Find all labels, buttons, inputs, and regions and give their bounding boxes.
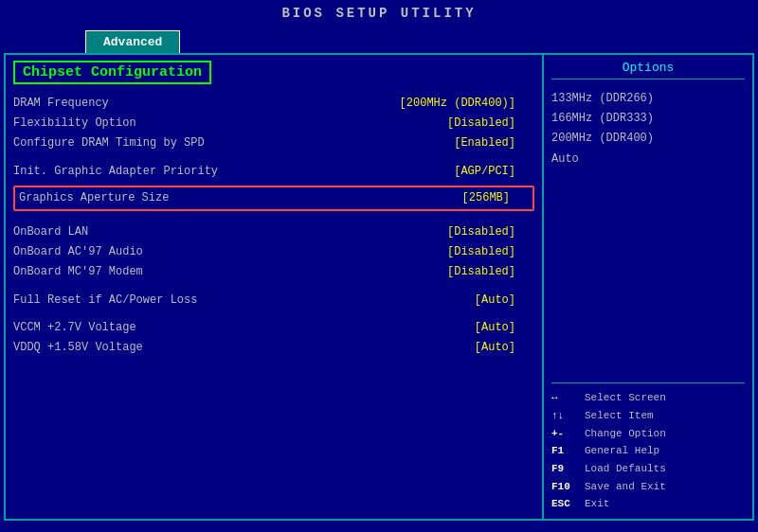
title-bar: BIOS SETUP UTILITY: [0, 0, 758, 25]
help-section: ↔ Select Screen ↑↓ Select Item +- Change…: [551, 382, 745, 513]
value-flex-opt: [Disabled]: [447, 115, 534, 133]
label-vccm: VCCM +2.7V Voltage: [13, 319, 136, 337]
config-row-dram-freq[interactable]: DRAM Frequency [200MHz (DDR400)]: [13, 94, 534, 114]
desc-f9: Load Defaults: [585, 460, 666, 478]
config-row-onboard-audio[interactable]: OnBoard AC'97 Audio [Disabled]: [13, 242, 534, 262]
help-select-item: ↑↓ Select Item: [551, 407, 745, 425]
left-panel: Chipset Configuration DRAM Frequency [20…: [6, 55, 544, 519]
help-f9: F9 Load Defaults: [551, 460, 745, 478]
help-f10: F10 Save and Exit: [551, 478, 745, 496]
label-graphics-aperture: Graphics Aperture Size: [19, 189, 169, 207]
config-row-dram-timing[interactable]: Configure DRAM Timing by SPD [Enabled]: [13, 133, 534, 153]
label-onboard-lan: OnBoard LAN: [13, 223, 88, 241]
option-166mhz[interactable]: 166MHz (DDR333): [551, 109, 745, 129]
value-vccm: [Auto]: [475, 319, 534, 337]
key-f1: F1: [551, 442, 585, 460]
config-row-init-graphic[interactable]: Init. Graphic Adapter Priority [AGP/PCI]: [13, 162, 534, 182]
value-dram-freq: [200MHz (DDR400)]: [400, 95, 534, 113]
option-133mhz[interactable]: 133MHz (DDR266): [551, 89, 745, 109]
label-dram-freq: DRAM Frequency: [13, 95, 109, 113]
spacer-4: [13, 310, 534, 318]
config-row-graphics-aperture[interactable]: Graphics Aperture Size [256MB]: [13, 182, 534, 215]
spacer-1: [13, 154, 534, 162]
key-f10: F10: [551, 478, 585, 496]
key-f9: F9: [551, 460, 585, 478]
config-row-flex-opt[interactable]: Flexibility Option [Disabled]: [13, 114, 534, 133]
help-select-screen: ↔ Select Screen: [551, 389, 745, 407]
tab-row: Advanced: [0, 25, 758, 53]
config-row-onboard-lan[interactable]: OnBoard LAN [Disabled]: [13, 222, 534, 242]
options-title: Options: [551, 61, 745, 80]
option-auto[interactable]: Auto: [551, 150, 745, 169]
config-table: DRAM Frequency [200MHz (DDR400)] Flexibi…: [13, 94, 534, 358]
key-change-option: +-: [551, 425, 585, 443]
value-onboard-audio: [Disabled]: [447, 243, 534, 261]
help-change-option: +- Change Option: [551, 425, 745, 443]
key-select-screen: ↔: [551, 389, 585, 407]
value-onboard-modem: [Disabled]: [447, 263, 534, 281]
value-graphics-aperture: [256MB]: [462, 189, 529, 207]
key-select-item: ↑↓: [551, 407, 585, 425]
value-dram-timing: [Enabled]: [454, 134, 534, 152]
tab-advanced[interactable]: Advanced: [85, 30, 180, 53]
key-esc: ESC: [551, 495, 585, 513]
desc-select-screen: Select Screen: [585, 389, 666, 407]
value-power-loss: [Auto]: [475, 292, 534, 310]
config-row-power-loss[interactable]: Full Reset if AC/Power Loss [Auto]: [13, 291, 534, 310]
label-power-loss: Full Reset if AC/Power Loss: [13, 292, 197, 310]
graphics-aperture-box: Graphics Aperture Size [256MB]: [13, 186, 534, 211]
config-row-vccm[interactable]: VCCM +2.7V Voltage [Auto]: [13, 318, 534, 338]
label-init-graphic: Init. Graphic Adapter Priority: [13, 163, 218, 181]
value-init-graphic: [AGP/PCI]: [454, 163, 534, 181]
section-title: Chipset Configuration: [13, 61, 211, 84]
bios-title: BIOS SETUP UTILITY: [281, 6, 476, 21]
option-200mhz[interactable]: 200MHz (DDR400): [551, 129, 745, 149]
desc-esc: Exit: [585, 495, 609, 513]
value-onboard-lan: [Disabled]: [447, 223, 534, 241]
desc-f10: Save and Exit: [585, 478, 666, 496]
right-panel: Options 133MHz (DDR266) 166MHz (DDR333) …: [544, 55, 752, 519]
spacer-3: [13, 283, 534, 291]
spacer-2: [13, 215, 534, 222]
config-row-onboard-modem[interactable]: OnBoard MC'97 Modem [Disabled]: [13, 262, 534, 282]
label-onboard-audio: OnBoard AC'97 Audio: [13, 243, 143, 261]
desc-change-option: Change Option: [585, 425, 666, 443]
bios-screen: BIOS SETUP UTILITY Advanced Chipset Conf…: [0, 0, 758, 532]
label-dram-timing: Configure DRAM Timing by SPD: [13, 134, 205, 152]
help-esc: ESC Exit: [551, 495, 745, 513]
desc-f1: General Help: [585, 442, 659, 460]
desc-select-item: Select Item: [585, 407, 654, 425]
value-vddq: [Auto]: [475, 339, 534, 357]
label-vddq: VDDQ +1.58V Voltage: [13, 339, 143, 357]
help-f1: F1 General Help: [551, 442, 745, 460]
label-onboard-modem: OnBoard MC'97 Modem: [13, 263, 143, 281]
content-area: Chipset Configuration DRAM Frequency [20…: [4, 53, 754, 521]
config-row-vddq[interactable]: VDDQ +1.58V Voltage [Auto]: [13, 338, 534, 358]
label-flex-opt: Flexibility Option: [13, 115, 136, 133]
